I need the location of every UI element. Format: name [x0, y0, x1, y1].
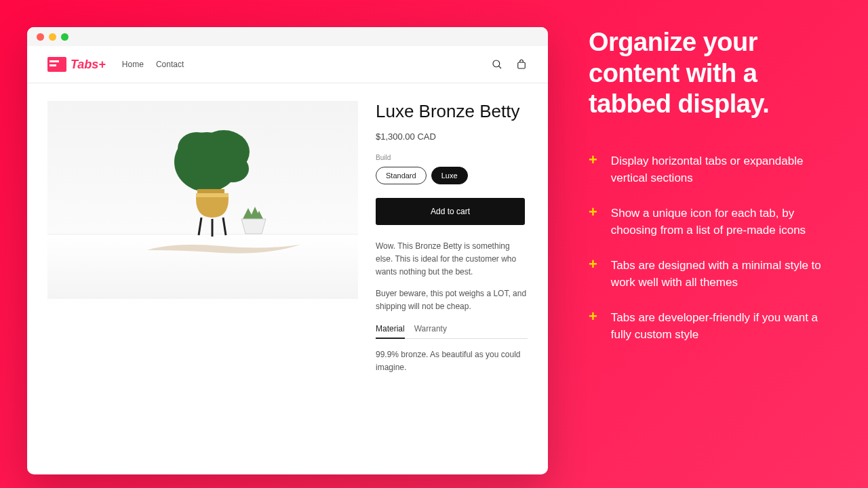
- brand-text: Tabs+: [71, 58, 106, 72]
- tab-warranty[interactable]: Warranty: [414, 324, 447, 338]
- brand-mark-icon: [47, 57, 66, 72]
- feature-3: +Tabs are designed with a minimal style …: [589, 257, 827, 291]
- product-tabs: Material Warranty: [376, 324, 528, 339]
- nav-contact[interactable]: Contact: [156, 60, 184, 69]
- product-price: $1,300.00 CAD: [376, 131, 528, 142]
- brand-logo[interactable]: Tabs+: [47, 57, 106, 72]
- maximize-dot[interactable]: [61, 33, 68, 41]
- product-title: Luxe Bronze Betty: [376, 101, 528, 122]
- product-details: Luxe Bronze Betty $1,300.00 CAD Build St…: [376, 101, 528, 374]
- build-label: Build: [376, 154, 528, 161]
- nav-home[interactable]: Home: [122, 60, 144, 69]
- plus-icon: +: [589, 309, 597, 344]
- close-dot[interactable]: [37, 33, 44, 41]
- feature-1: +Display horizontal tabs or expandable v…: [589, 152, 827, 187]
- plus-icon: +: [589, 257, 597, 291]
- site-header: Tabs+ Home Contact: [27, 46, 548, 83]
- add-to-cart-button[interactable]: Add to cart: [376, 198, 525, 225]
- svg-point-0: [493, 60, 500, 67]
- svg-line-9: [223, 218, 226, 235]
- product-desc-1: Wow. This Bronze Betty is something else…: [376, 240, 528, 279]
- svg-line-8: [199, 218, 201, 235]
- svg-rect-2: [518, 62, 526, 68]
- plus-icon: +: [589, 152, 597, 187]
- option-standard[interactable]: Standard: [376, 167, 427, 184]
- tab-material[interactable]: Material: [376, 324, 405, 339]
- tab-content-material: 99.9% bronze. As beautiful as you could …: [376, 348, 528, 374]
- window-chrome: [27, 27, 548, 46]
- svg-line-1: [498, 66, 501, 68]
- browser-window: Tabs+ Home Contact: [27, 27, 548, 474]
- product-desc-2: Buyer beware, this pot weighs a LOT, and…: [376, 287, 528, 313]
- svg-rect-7: [197, 189, 224, 193]
- feature-4: +Tabs are developer-friendly if you want…: [589, 309, 827, 344]
- svg-point-6: [216, 155, 249, 182]
- plus-icon: +: [589, 205, 597, 239]
- feature-2: +Show a unique icon for each tab, by cho…: [589, 205, 827, 239]
- headline: Organize your content with a tabbed disp…: [589, 27, 827, 120]
- option-luxe[interactable]: Luxe: [431, 167, 468, 184]
- marketing-panel: Organize your content with a tabbed disp…: [548, 27, 827, 461]
- minimize-dot[interactable]: [49, 33, 56, 41]
- search-icon[interactable]: [491, 58, 503, 70]
- svg-point-5: [178, 132, 216, 165]
- cart-icon[interactable]: [515, 58, 528, 70]
- product-image: [47, 101, 358, 308]
